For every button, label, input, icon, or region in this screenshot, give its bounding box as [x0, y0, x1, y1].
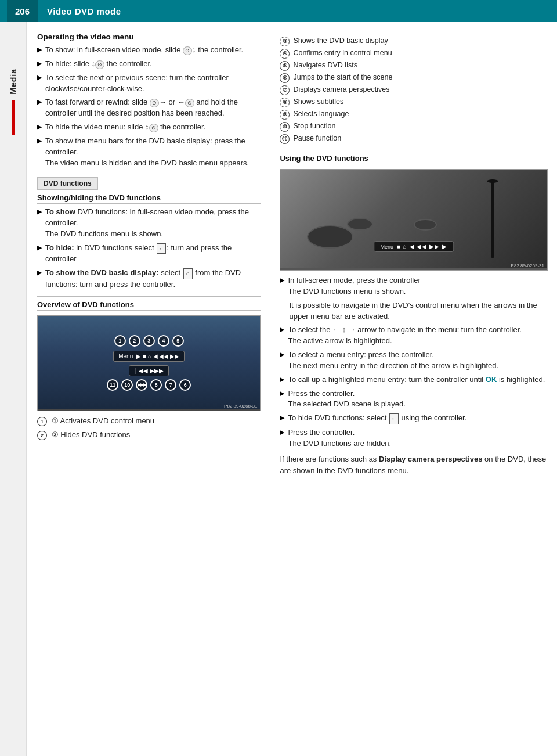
bullet-arrow-icon: ▶	[280, 325, 284, 334]
circle-9: ⑨	[280, 110, 290, 120]
bullet-call-up: ▶ To call up a highlighted menu entry: t…	[280, 375, 548, 386]
caption-1-text: ① Activates DVD control menu	[52, 416, 154, 425]
footer-text: If there are functions such as Display c…	[280, 453, 548, 476]
hide-icon: ←	[157, 243, 166, 254]
item-6-text: Jumps to the start of the scene	[293, 73, 392, 83]
bullet-to-hide: ▶ To hide: in DVD functions select ←: tu…	[37, 243, 261, 265]
circle-10: ⑩	[280, 122, 290, 132]
dvd-circle-6: 6	[179, 379, 191, 391]
bullet-press-hidden: ▶ Press the controller.The DVD functions…	[280, 427, 548, 449]
mic-stand	[491, 179, 494, 258]
controller-icon4: ⊙	[185, 99, 194, 107]
controller-icon3: ⊙	[150, 99, 159, 107]
dvd-circle-3: 3	[143, 335, 155, 347]
item-10-text: Stop function	[293, 121, 335, 132]
dvd-menu-bar-bottom: ‖ ◀◀ ▶▶▶	[129, 365, 169, 376]
hide-icon2: ←	[389, 413, 399, 424]
circle-4: ④	[280, 49, 290, 59]
bullet-hide: ▶ To hide: slide ↕⊙ the controller.	[37, 59, 261, 70]
bullet-arrow-icon: ▶	[37, 243, 42, 253]
ok-highlight: OK	[486, 375, 497, 384]
bullet-arrow-icon: ▶	[280, 375, 284, 384]
bullet-hide-dvd-text: To hide DVD functions: select ← using th…	[288, 413, 548, 424]
bullet-call-up-text: To call up a highlighted menu entry: tur…	[288, 375, 548, 386]
item-9-text: Selects language	[293, 109, 349, 120]
dvd-menu-bar-top: Menu ▶ ■ ⌂ ◀ ◀◀ ▶▶	[113, 351, 185, 362]
list-item-9: ⑨ Selects language	[280, 109, 548, 120]
sidebar-label: Media	[9, 69, 18, 95]
controller-icon: ⊙	[183, 46, 192, 55]
bullet-show: ▶ To show: in full-screen video mode, sl…	[37, 45, 261, 56]
bullet-to-show-basic: ▶ To show the DVD basic display: select …	[37, 268, 261, 290]
sidebar: Media	[0, 22, 27, 756]
page-title: Video DVD mode	[47, 6, 121, 16]
bass-drum	[307, 225, 353, 249]
bullet-hide-menu-text: To hide the video menu: slide ↕⊙ the con…	[45, 122, 261, 133]
page-layout: Media Operating the video menu ▶ To show…	[0, 22, 557, 756]
circle-11: ⑪	[280, 134, 290, 144]
circle-6: ⑥	[280, 73, 290, 83]
bullet-arrow-icon: ▶	[37, 207, 42, 217]
bullet-to-show: ▶ To show DVD functions: in full-screen …	[37, 207, 261, 240]
bullet-press-controller: ▶ Press the controller.The selected DVD …	[280, 388, 548, 411]
list-item-8: ⑧ Shows subtitles	[280, 97, 548, 107]
list-item-5: ⑤ Navigates DVD lists	[280, 60, 548, 71]
bullet-fullscreen-text: In full-screen mode, press the controlle…	[288, 275, 548, 297]
bullet-select-text: To select the next or previous scene: tu…	[45, 73, 261, 95]
bullet-arrow-icon: ▶	[37, 45, 42, 55]
divider	[37, 296, 261, 297]
bullet-arrow-icon: ▶	[280, 389, 284, 398]
dvd-overview-image: 1 2 3 4 5 Menu ▶ ■ ⌂ ◀ ◀◀ ▶▶ ‖ ◀◀ ▶▶▶	[37, 315, 261, 411]
snare-drum	[347, 218, 373, 231]
list-item-11: ⑪ Pause function	[280, 134, 548, 144]
item-5-text: Navigates DVD lists	[293, 60, 357, 71]
dvd-circles-top: 1 2 3 4 5	[114, 335, 184, 347]
caption-2: 2 ② Hides DVD functions	[37, 430, 261, 441]
dvd-using-nav-arrows: ■ ⌂ ◀ ◀◀ ▶▶ ▶	[397, 243, 447, 250]
tom-drum	[414, 219, 437, 231]
bullet-arrow-icon: ▶	[37, 98, 42, 107]
bullet-arrow-icon: ▶	[280, 350, 284, 359]
item-4-text: Confirms entry in control menu	[293, 48, 392, 59]
bullet-hide-text: To hide: slide ↕⊙ the controller.	[45, 59, 261, 70]
dvd-functions-list: ③ Shows the DVD basic display ④ Confirms…	[280, 36, 548, 144]
caption-2-text: ② Hides DVD functions	[52, 430, 131, 439]
bullet-arrow-icon: ▶	[37, 268, 42, 278]
item-7-text: Displays camera perspectives	[293, 85, 389, 95]
list-item-3: ③ Shows the DVD basic display	[280, 36, 548, 46]
dvd-drums-graphic: Menu ■ ⌂ ◀ ◀◀ ▶▶ ▶	[280, 170, 547, 268]
bullet-arrow-icon: ▶	[37, 73, 42, 82]
circle-5: ⑤	[280, 61, 290, 71]
caption-1: 1 ① Activates DVD control menu	[37, 416, 261, 427]
bullet-fullscreen: ▶ In full-screen mode, press the control…	[280, 275, 548, 297]
dvd-overview-graphic: 1 2 3 4 5 Menu ▶ ■ ⌂ ◀ ◀◀ ▶▶ ‖ ◀◀ ▶▶▶	[38, 316, 260, 409]
list-item-6: ⑥ Jumps to the start of the scene	[280, 73, 548, 83]
dvd-menu-text2: ‖ ◀◀ ▶▶▶	[134, 368, 164, 374]
circle-1-caption: 1	[37, 417, 47, 426]
bullet-arrow-icon: ▶	[280, 428, 284, 437]
dvd-circle-8: 8	[150, 379, 162, 391]
dvd-using-menu-text: Menu	[380, 244, 393, 250]
operating-video-menu-heading: Operating the video menu	[37, 33, 261, 41]
bullet-arrow-icon: ▶	[37, 136, 42, 146]
dvd-using-menu-bar: Menu ■ ⌂ ◀ ◀◀ ▶▶ ▶	[374, 241, 454, 252]
right-column: ③ Shows the DVD basic display ④ Confirms…	[270, 22, 557, 756]
sidebar-accent-bar	[12, 100, 15, 135]
bullet-show-text: To show: in full-screen video mode, slid…	[45, 45, 261, 56]
list-item-10: ⑩ Stop function	[280, 121, 548, 132]
dvd-overlay-content: 1 2 3 4 5 Menu ▶ ■ ⌂ ◀ ◀◀ ▶▶ ‖ ◀◀ ▶▶▶	[38, 327, 260, 398]
bullet-hide-menu: ▶ To hide the video menu: slide ↕⊙ the c…	[37, 122, 261, 133]
dvd-circle-2: 2	[129, 335, 140, 347]
circle-2-caption: 2	[37, 431, 47, 440]
dvd-circle-11: 11	[107, 379, 118, 391]
controller-icon2: ⊙	[95, 60, 104, 69]
bullet-select-arrow-text: To select the ← ↕ → arrow to navigate in…	[288, 325, 548, 347]
dvd-menu-icons: ▶ ■ ⌂ ◀ ◀◀ ▶▶	[136, 353, 179, 359]
item-3-text: Shows the DVD basic display	[293, 36, 388, 46]
drums-bg: Menu ■ ⌂ ◀ ◀◀ ▶▶ ▶	[280, 170, 547, 268]
bullet-arrow-icon: ▶	[280, 413, 284, 423]
dvd-menu-text: Menu	[118, 353, 133, 359]
bullet-press-controller-text: Press the controller.The selected DVD sc…	[288, 388, 548, 411]
bullet-fast-text: To fast forward or rewind: slide ⊙→ or ←…	[45, 97, 261, 119]
item-8-text: Shows subtitles	[293, 97, 343, 107]
